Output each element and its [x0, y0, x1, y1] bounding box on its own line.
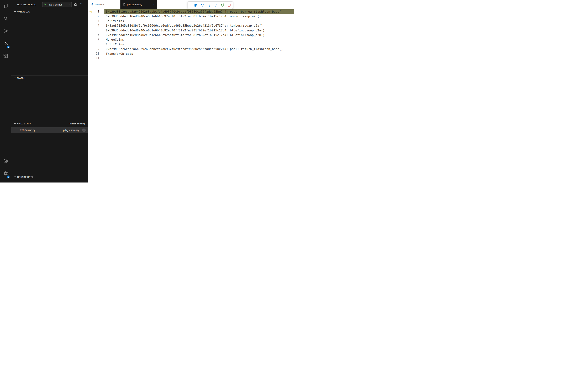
line-number[interactable]: 9 — [88, 47, 99, 51]
debug-session-badge: 1 — [7, 45, 10, 49]
variables-section-header[interactable]: VARIABLES — [11, 9, 88, 14]
line-text[interactable]: 0xb29d83c26cdd2a64959263abbcfc4a6937f0c9… — [104, 9, 294, 14]
frame-source: ptb_summary — [63, 129, 79, 132]
watch-section-label: WATCH — [17, 77, 25, 79]
restart-button[interactable] — [219, 2, 225, 8]
line-text[interactable]: 0xb39d6dddedd16ed8a40ce0b1e6b43c92acf0ff… — [104, 28, 294, 33]
sidebar-title: RUN AND DEBUG — [17, 3, 36, 6]
line-number[interactable]: 3 — [88, 19, 99, 23]
settings-badge: 1 — [7, 175, 10, 178]
extensions-icon — [3, 54, 8, 59]
activity-item-extensions[interactable] — [0, 50, 11, 63]
run-and-debug-sidebar: RUN AND DEBUG No Configur ··· VARIABLES — [11, 0, 88, 182]
frame-name: PTBSummary — [20, 129, 35, 132]
launch-configuration-label: No Configur — [48, 3, 67, 6]
code-line[interactable]: 5 0xb39d6dddedd16ed8a40ce0b1e6b43c92acf0… — [88, 28, 294, 33]
activity-item-manage[interactable]: 1 — [0, 168, 11, 180]
code-line[interactable]: 1 0xb29d83c26cdd2a64959263abbcfc4a6937f0… — [88, 9, 294, 14]
code-line[interactable]: 2 0xb39d6dddedd16ed8a40ce0b1e6b43c92acf0… — [88, 14, 294, 19]
step-over-button[interactable] — [199, 2, 205, 8]
call-stack-section-header[interactable]: CALL STACK Paused on entry — [11, 121, 88, 126]
code-line[interactable]: 7 MergeCoins — [88, 37, 294, 42]
chevron-down-icon — [14, 10, 16, 13]
line-number[interactable]: 6 — [88, 33, 99, 37]
chevron-down-icon — [14, 122, 16, 125]
chevron-down-icon — [14, 175, 16, 178]
continue-button[interactable] — [193, 2, 199, 8]
code-line[interactable]: 9 0xb29d83c26cdd2a64959263abbcfc4a6937f0… — [88, 47, 294, 51]
line-number[interactable]: 5 — [88, 28, 99, 33]
source-control-icon — [3, 28, 8, 34]
editor-region: Welcome ptb_summary × — [88, 0, 294, 182]
drag-grip-icon[interactable] — [189, 2, 192, 8]
activity-bar: 1 1 — [0, 0, 11, 182]
line-text[interactable]: TransferObjects — [104, 51, 294, 56]
step-out-button[interactable] — [213, 2, 219, 8]
activity-item-explorer[interactable] — [0, 0, 11, 13]
step-into-button[interactable] — [206, 2, 212, 8]
watch-section-header[interactable]: WATCH — [11, 76, 88, 80]
stop-button[interactable] — [226, 2, 232, 8]
variables-section: VARIABLES — [11, 9, 88, 75]
line-number[interactable]: 4 — [88, 23, 99, 28]
tab-label: ptb_summary — [127, 3, 142, 6]
activity-bar-bottom: 1 — [0, 155, 11, 180]
tab-label: Welcome — [95, 3, 105, 6]
watch-section: WATCH — [11, 75, 88, 121]
debug-settings-gear-button[interactable] — [74, 3, 77, 7]
line-text[interactable]: 0x8ae871505a80d8bf6bf9c05906cda6edfeea46… — [104, 23, 294, 28]
line-text[interactable]: SplitCoins — [104, 42, 294, 47]
line-text[interactable]: 0xb39d6dddedd16ed8a40ce0b1e6b43c92acf0ff… — [104, 14, 294, 19]
close-icon[interactable]: × — [153, 3, 155, 6]
play-icon — [44, 3, 47, 7]
activity-item-search[interactable] — [0, 13, 11, 25]
code-line[interactable]: 3 SplitCoins — [88, 19, 294, 23]
files-icon — [3, 3, 8, 9]
call-stack-frame-row[interactable]: PTBSummary ptb_summary 1 — [11, 127, 88, 133]
debug-toolbar — [188, 1, 233, 9]
chevron-down-icon — [67, 3, 71, 6]
line-text[interactable]: SplitCoins — [104, 19, 294, 23]
line-number[interactable]: 11 — [88, 56, 99, 61]
vscode-logo-icon — [91, 3, 93, 6]
line-number[interactable]: 2 — [88, 14, 99, 19]
line-text[interactable]: 0xb29d83c26cdd2a64959263abbcfc4a6937f0c9… — [104, 47, 294, 51]
code-line[interactable]: 6 0xb39d6dddedd16ed8a40ce0b1e6b43c92acf0… — [88, 33, 294, 37]
line-number[interactable]: 10 — [88, 51, 99, 56]
pause-reason-status: Paused on entry — [69, 123, 85, 125]
code-line[interactable]: 10 TransferObjects — [88, 51, 294, 56]
more-actions-button[interactable]: ··· — [80, 1, 84, 5]
line-text[interactable]: 0xb39d6dddedd16ed8a40ce0b1e6b43c92acf0ff… — [104, 33, 294, 37]
launch-configuration-dropdown[interactable]: No Configur — [42, 2, 72, 7]
activity-item-accounts[interactable] — [0, 155, 11, 168]
file-icon — [123, 3, 126, 6]
tab-ptb-summary[interactable]: ptb_summary × — [120, 0, 157, 9]
activity-item-source-control[interactable] — [0, 25, 11, 37]
activity-item-run-and-debug[interactable]: 1 — [0, 37, 11, 50]
line-number[interactable]: 7 — [88, 37, 99, 42]
code-editor[interactable]: 1 0xb29d83c26cdd2a64959263abbcfc4a6937f0… — [88, 9, 294, 182]
line-number[interactable]: 1 — [88, 9, 99, 14]
account-icon — [3, 158, 8, 164]
code-line[interactable]: 4 0x8ae871505a80d8bf6bf9c05906cda6edfeea… — [88, 23, 294, 28]
breakpoints-section-header[interactable]: BREAKPOINTS — [11, 175, 88, 179]
call-stack-section: CALL STACK Paused on entry PTBSummary pt… — [11, 121, 88, 174]
line-text[interactable] — [104, 56, 294, 61]
line-text[interactable]: MergeCoins — [104, 37, 294, 42]
code-line[interactable]: 8 SplitCoins — [88, 42, 294, 47]
call-stack-section-label: CALL STACK — [17, 123, 31, 125]
breakpoints-section: BREAKPOINTS — [11, 174, 88, 182]
frame-count-badge: 1 — [82, 128, 86, 132]
tab-welcome[interactable]: Welcome — [88, 0, 120, 9]
search-icon — [3, 16, 8, 22]
variables-section-label: VARIABLES — [17, 11, 30, 13]
breakpoints-section-label: BREAKPOINTS — [17, 176, 33, 178]
code-line[interactable]: 11 — [88, 56, 294, 61]
chevron-down-icon — [14, 77, 16, 79]
debug-start-button[interactable] — [43, 2, 48, 7]
line-number[interactable]: 8 — [88, 42, 99, 47]
sidebar-header: RUN AND DEBUG No Configur ··· — [11, 0, 88, 9]
